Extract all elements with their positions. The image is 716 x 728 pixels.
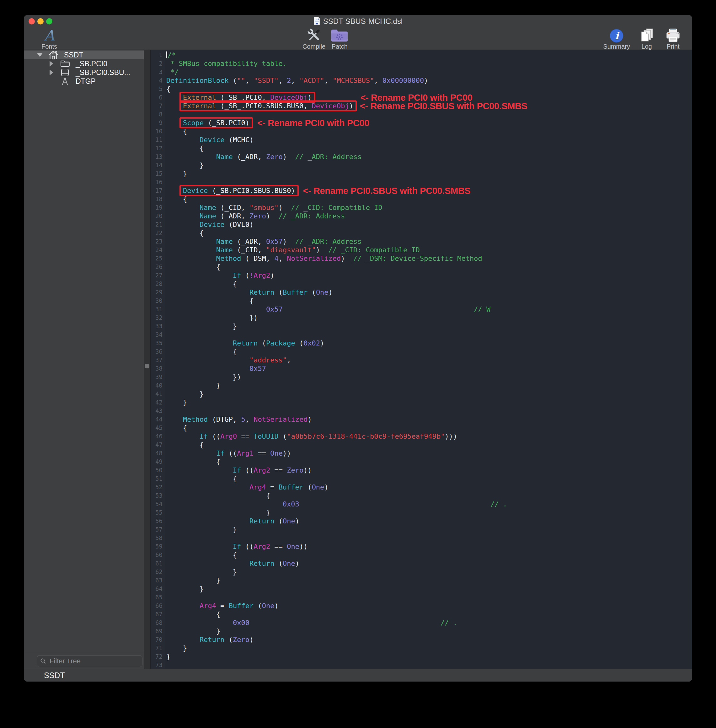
sidebar-item-sb-pci0[interactable]: _SB.PCI0 xyxy=(24,59,144,68)
print-label: Print xyxy=(666,43,679,50)
code-line[interactable]: If ((Arg0 == ToUUID ("a0b5b7c6-1318-441c… xyxy=(166,432,692,441)
code-line[interactable]: { xyxy=(166,441,692,449)
code-line[interactable]: } xyxy=(166,390,692,398)
code-line[interactable]: } xyxy=(166,398,692,406)
code-line[interactable]: DefinitionBlock ("", "SSDT", 2, "ACDT", … xyxy=(166,76,692,85)
code-line[interactable]: Scope (_SB.PCI0)<- Rename PCI0 with PC00 xyxy=(166,118,692,127)
patch-button[interactable]: Patch xyxy=(331,28,349,50)
code-line[interactable]: * SMBus compatibility table. xyxy=(166,59,692,68)
code-line[interactable]: If (!Arg2) xyxy=(166,271,692,280)
info-icon: i xyxy=(609,28,624,43)
log-button[interactable]: Log xyxy=(637,28,656,50)
code-line[interactable]: Method (DTGP, 5, NotSerialized) xyxy=(166,415,692,424)
code-line[interactable]: Return (One) xyxy=(166,559,692,568)
code-line[interactable]: { xyxy=(166,262,692,271)
code-line[interactable]: Name (_ADR, 0x57) // _ADR: Address xyxy=(166,237,692,246)
code-line[interactable]: } xyxy=(166,525,692,534)
code-line[interactable]: If ((Arg2 == Zero)) xyxy=(166,466,692,475)
code-line[interactable]: Arg4 = Buffer (One) xyxy=(166,602,692,610)
code-line[interactable]: Name (_CID, "diagsvault") // _CID: Compa… xyxy=(166,246,692,254)
code-line[interactable]: { xyxy=(166,297,692,305)
disclosure-triangle-icon[interactable] xyxy=(48,61,55,67)
code-line[interactable]: } xyxy=(166,644,692,652)
title-bar[interactable]: SSDT-SBUS-MCHC.dsl xyxy=(24,15,692,27)
code-token: If xyxy=(200,432,208,440)
code-line[interactable]: Name (_ADR, Zero) // _ADR: Address xyxy=(166,153,692,161)
print-button[interactable]: Print xyxy=(663,28,683,50)
code-line[interactable]: Return (Package (0x02) xyxy=(166,339,692,347)
code-line[interactable]: Name (_CID, "smbus") // _CID: Compatible… xyxy=(166,203,692,212)
code-line[interactable]: { xyxy=(166,127,692,135)
sidebar-item-ssdt[interactable]: SSDT xyxy=(24,50,144,59)
code-line[interactable]: { xyxy=(166,551,692,559)
code-line[interactable]: 0x57 // W xyxy=(166,305,692,314)
code-line[interactable]: }) xyxy=(166,314,692,322)
code-line[interactable]: { xyxy=(166,424,692,432)
sidebar-item-dtgp[interactable]: DTGP xyxy=(24,77,144,86)
code-line[interactable]: { xyxy=(166,475,692,483)
code-line[interactable]: Device (_SB.PCI0.SBUS.BUS0)<- Rename PCI… xyxy=(166,187,692,195)
zoom-window-button[interactable] xyxy=(46,18,52,24)
code-line[interactable]: Device (MCHC) xyxy=(166,135,692,144)
code-line[interactable]: Return (Zero) xyxy=(166,635,692,644)
code-line[interactable]: } xyxy=(166,585,692,593)
code-line[interactable]: { xyxy=(166,280,692,288)
code-line[interactable]: { xyxy=(166,195,692,203)
disclosure-triangle-icon[interactable] xyxy=(48,70,55,75)
code-line[interactable]: { xyxy=(166,144,692,153)
code-line[interactable]: { xyxy=(166,610,692,619)
filter-tree-input[interactable] xyxy=(37,655,143,667)
code-line[interactable]: { xyxy=(166,491,692,500)
code-line[interactable]: Name (_ADR, Zero) // _ADR: Address xyxy=(166,212,692,220)
code-line[interactable] xyxy=(166,661,692,669)
acpi-tree[interactable]: SSDT_SB.PCI0_SB.PCI0.SBU...DTGP xyxy=(24,50,144,86)
code-line[interactable]: { xyxy=(166,458,692,466)
code-line[interactable]: Device (DVL0) xyxy=(166,220,692,229)
code-line[interactable]: } xyxy=(166,576,692,585)
code-line[interactable]: /* xyxy=(166,51,692,59)
code-line[interactable]: Return (Buffer (One) xyxy=(166,288,692,297)
summary-button[interactable]: i Summary xyxy=(603,28,630,50)
code-line[interactable] xyxy=(166,593,692,602)
code-line[interactable] xyxy=(166,331,692,339)
code-line[interactable]: Method (_DSM, 4, NotSerialized) // _DSM:… xyxy=(166,254,692,262)
code-line[interactable]: } xyxy=(166,161,692,170)
compile-button[interactable]: Compile xyxy=(302,28,325,50)
code-line[interactable]: { xyxy=(166,347,692,356)
code-line[interactable]: } xyxy=(166,652,692,661)
code-line[interactable]: External (_SB_.PCI0.SBUS.BUS0, DeviceObj… xyxy=(166,102,692,110)
code-line[interactable]: } xyxy=(166,170,692,178)
code-line[interactable]: "address", xyxy=(166,356,692,364)
code-line[interactable]: { xyxy=(166,229,692,237)
patch-highlight-box: Scope (_SB.PCI0) xyxy=(179,117,253,128)
fonts-button[interactable]: A Fonts xyxy=(35,28,64,50)
code-line[interactable]: If ((Arg2 == One)) xyxy=(166,542,692,551)
code-token: Name xyxy=(216,246,233,254)
code-token xyxy=(166,560,249,567)
code-line[interactable]: Return (One) xyxy=(166,517,692,525)
code-line[interactable]: */ xyxy=(166,68,692,76)
minimize-window-button[interactable] xyxy=(37,18,44,24)
code-line[interactable] xyxy=(166,406,692,415)
code-line[interactable]: } xyxy=(166,322,692,331)
code-line[interactable]: 0x00 // . xyxy=(166,619,692,627)
code-line[interactable]: If ((Arg1 == One)) xyxy=(166,449,692,458)
code-token: } xyxy=(166,161,203,169)
code-line[interactable]: } xyxy=(166,568,692,576)
code-token: { xyxy=(166,263,220,271)
split-handle[interactable] xyxy=(145,364,149,369)
code-line[interactable]: } xyxy=(166,627,692,635)
code-line[interactable] xyxy=(166,534,692,542)
code-line[interactable]: 0x57 xyxy=(166,364,692,373)
code-line[interactable]: 0x03 // . xyxy=(166,500,692,508)
code-line[interactable]: } xyxy=(166,508,692,517)
sidebar-item-sb-pci0-sbu[interactable]: _SB.PCI0.SBU... xyxy=(24,68,144,77)
code-line[interactable]: } xyxy=(166,381,692,390)
disclosure-triangle-icon[interactable] xyxy=(36,53,43,57)
code-line[interactable]: }) xyxy=(166,373,692,381)
split-divider[interactable] xyxy=(144,50,150,669)
code-editor[interactable]: /* * SMBus compatibility table. */Defini… xyxy=(165,50,692,669)
code-line[interactable]: Arg4 = Buffer (One) xyxy=(166,483,692,491)
line-number: 71 xyxy=(150,644,162,652)
close-window-button[interactable] xyxy=(29,18,35,24)
